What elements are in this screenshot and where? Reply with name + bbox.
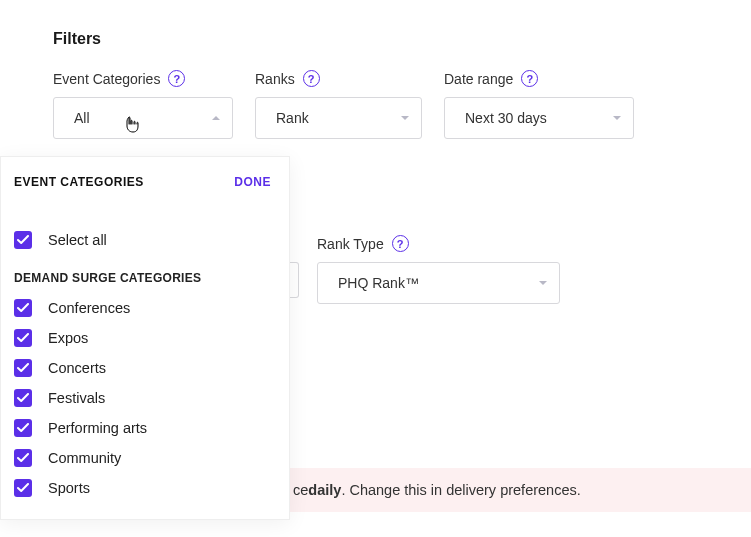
dropdown-subhead: DEMAND SURGE CATEGORIES [14,271,271,285]
categories-select[interactable]: All [53,97,233,139]
category-item-label: Concerts [48,360,106,376]
category-item-label: Community [48,450,121,466]
category-item-label: Performing arts [48,420,147,436]
checkbox-checked-icon [14,419,32,437]
help-icon[interactable]: ? [168,70,185,87]
checkbox-checked-icon [14,299,32,317]
checkbox-checked-icon [14,389,32,407]
category-item[interactable]: Sports [14,479,271,497]
checkbox-checked-icon [14,449,32,467]
category-item[interactable]: Expos [14,329,271,347]
filters-title: Filters [53,30,751,48]
banner-text-pre: ce [293,482,308,498]
checkbox-checked-icon [14,231,32,249]
date-select-value: Next 30 days [465,110,547,126]
filter-group-categories: Event Categories ? All [53,70,233,139]
chevron-down-icon [539,281,547,285]
filter-label-row-ranks: Ranks ? [255,70,422,87]
categories-select-value: All [74,110,90,126]
checkbox-checked-icon [14,479,32,497]
category-item[interactable]: Performing arts [14,419,271,437]
rank-type-select-value: PHQ Rank™ [338,275,419,291]
rank-type-group: Rank Type ? PHQ Rank™ [317,235,560,304]
categories-dropdown: EVENT CATEGORIES DONE Select all DEMAND … [0,156,290,520]
filter-label-row-date: Date range ? [444,70,634,87]
ranks-select-value: Rank [276,110,309,126]
category-item[interactable]: Conferences [14,299,271,317]
chevron-up-icon [212,116,220,120]
category-item-label: Conferences [48,300,130,316]
help-icon[interactable]: ? [392,235,409,252]
filter-label-categories: Event Categories [53,71,160,87]
filter-group-ranks: Ranks ? Rank [255,70,422,139]
category-item-label: Festivals [48,390,105,406]
dropdown-header: EVENT CATEGORIES DONE [14,175,271,189]
chevron-down-icon [401,116,409,120]
select-all-row[interactable]: Select all [14,231,271,249]
category-item[interactable]: Concerts [14,359,271,377]
rank-type-label: Rank Type [317,236,384,252]
dropdown-items: ConferencesExposConcertsFestivalsPerform… [14,299,271,497]
help-icon[interactable]: ? [303,70,320,87]
category-item[interactable]: Festivals [14,389,271,407]
delivery-banner: ce daily . Change this in delivery prefe… [287,468,751,512]
done-button[interactable]: DONE [234,175,271,189]
banner-text-bold: daily [308,482,341,498]
help-icon[interactable]: ? [521,70,538,87]
date-select[interactable]: Next 30 days [444,97,634,139]
category-item-label: Expos [48,330,88,346]
filter-label-ranks: Ranks [255,71,295,87]
filter-label-row-ranktype: Rank Type ? [317,235,560,252]
rank-type-select[interactable]: PHQ Rank™ [317,262,560,304]
dropdown-title: EVENT CATEGORIES [14,175,144,189]
filters-panel: Filters Event Categories ? All Ranks ? R… [0,0,751,139]
category-item[interactable]: Community [14,449,271,467]
filter-group-date: Date range ? Next 30 days [444,70,634,139]
banner-text-post: . Change this in delivery preferences. [341,482,580,498]
category-item-label: Sports [48,480,90,496]
filter-label-date: Date range [444,71,513,87]
filter-row: Event Categories ? All Ranks ? Rank Date… [53,70,751,139]
select-all-label: Select all [48,232,107,248]
ranks-select[interactable]: Rank [255,97,422,139]
filter-label-row-categories: Event Categories ? [53,70,233,87]
checkbox-checked-icon [14,359,32,377]
chevron-down-icon [613,116,621,120]
checkbox-checked-icon [14,329,32,347]
